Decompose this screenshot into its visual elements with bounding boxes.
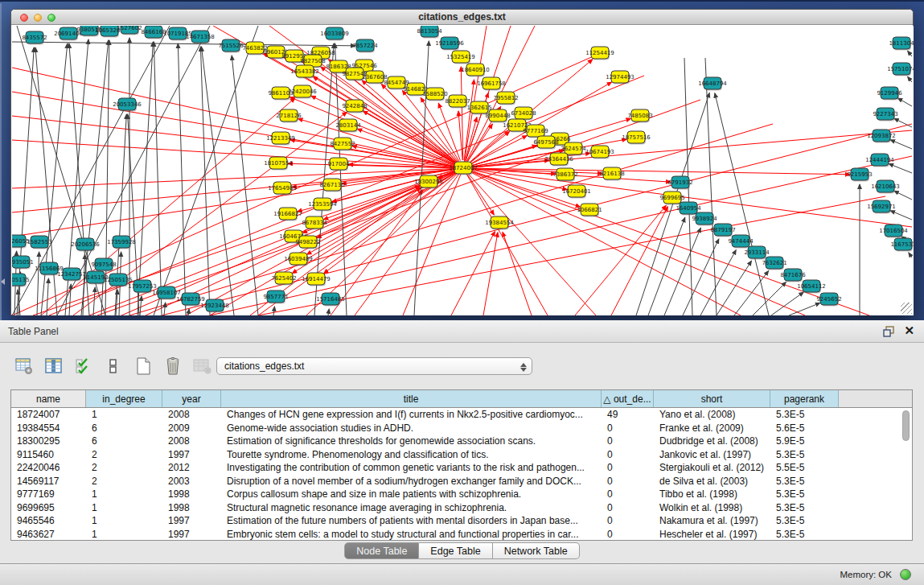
- graph-node-label: 15325419: [446, 54, 475, 60]
- table-cell: 0: [602, 422, 654, 434]
- table-row[interactable]: 969969511998Structural magnetic resonanc…: [11, 501, 912, 515]
- tab-network-table[interactable]: Network Table: [493, 542, 580, 559]
- network-window-titlebar[interactable]: citations_edges.txt: [11, 10, 913, 25]
- citation-edge-black[interactable]: [93, 287, 95, 315]
- citation-edge-black[interactable]: [12, 42, 355, 46]
- citation-edge-black[interactable]: [789, 303, 820, 315]
- network-canvas[interactable]: 8435572206914069380519106532671527602846…: [12, 26, 914, 315]
- table-cell: Yano et al. (2008): [654, 409, 770, 420]
- table-row[interactable]: 946362711997Embryonic stem cells: a mode…: [11, 528, 912, 542]
- citation-edge-red[interactable]: [464, 80, 474, 160]
- citation-edge-black[interactable]: [909, 253, 912, 257]
- network-graph[interactable]: 8435572206914069380519106532671527602846…: [12, 26, 914, 315]
- citation-edge-red[interactable]: [483, 233, 498, 315]
- row-selector-button[interactable]: [104, 356, 123, 376]
- tab-node-table[interactable]: Node Table: [344, 542, 419, 559]
- table-row[interactable]: 1938455462009Genome-wide association stu…: [11, 422, 912, 435]
- citation-edge-black[interactable]: [700, 250, 736, 315]
- column-header-in_degree[interactable]: in_degree: [86, 390, 162, 407]
- citation-edge-black[interactable]: [897, 98, 912, 106]
- delete-table-button[interactable]: [163, 356, 183, 376]
- citation-edge-black[interactable]: [715, 93, 769, 315]
- citation-edge-black[interactable]: [771, 292, 803, 315]
- table-toolbar: f(x): [14, 354, 242, 378]
- close-panel-icon[interactable]: ✕: [904, 323, 914, 338]
- table-panel-title: Table Panel: [8, 326, 59, 337]
- table-options-button[interactable]: [14, 356, 34, 376]
- citation-edge-black[interactable]: [890, 140, 912, 149]
- float-window-icon[interactable]: [883, 326, 895, 337]
- table-row[interactable]: 1830029562008Estimation of significance …: [11, 435, 912, 448]
- table-cell: 5.3E-5: [770, 409, 839, 420]
- graph-node-label: 12444194: [865, 157, 894, 163]
- citation-edge-red[interactable]: [468, 175, 495, 215]
- citation-edge-black[interactable]: [140, 296, 142, 315]
- citation-edge-black[interactable]: [273, 307, 274, 315]
- citation-edge-black[interactable]: [154, 26, 258, 315]
- table-scrollbar-thumb[interactable]: [902, 410, 910, 441]
- citation-edge-red[interactable]: [258, 196, 885, 315]
- column-header-name[interactable]: name: [11, 390, 86, 407]
- column-header-out_degree[interactable]: △ out_de...: [602, 390, 654, 407]
- graph-node-label: 6734028: [511, 110, 536, 117]
- new-document-button[interactable]: [133, 356, 153, 376]
- citation-edge-black[interactable]: [648, 217, 685, 315]
- graph-node-label: 12505135: [104, 277, 133, 283]
- citation-edge-black[interactable]: [201, 47, 234, 315]
- citation-edge-black[interactable]: [894, 191, 912, 200]
- table-row[interactable]: 1456911722003Disruption of a novel membe…: [11, 475, 912, 488]
- citation-edge-black[interactable]: [717, 261, 752, 315]
- table-selector-dropdown[interactable]: citations_edges.txt: [216, 357, 532, 375]
- table-cell: Stergiakouli et al. (2012): [654, 462, 770, 473]
- table-cell: 2012: [162, 462, 221, 473]
- graph-node-label: 7955812: [493, 95, 518, 101]
- column-header-short[interactable]: short: [654, 390, 770, 407]
- column-header-year[interactable]: year: [162, 390, 221, 407]
- citation-edge-black[interactable]: [705, 58, 717, 315]
- citation-edge-black[interactable]: [188, 309, 189, 315]
- citation-edge-black[interactable]: [908, 76, 912, 82]
- select-columns-button[interactable]: [74, 356, 93, 376]
- citation-edge-black[interactable]: [753, 282, 786, 315]
- show-column-button[interactable]: [44, 356, 64, 376]
- table-row[interactable]: 946554611997Estimation of the future num…: [11, 514, 912, 528]
- column-header-pagerank[interactable]: pagerank: [770, 390, 839, 407]
- panel-collapse-arrow-icon[interactable]: [1, 278, 5, 285]
- tab-edge-table[interactable]: Edge Table: [419, 542, 492, 559]
- citation-edge-black[interactable]: [890, 211, 912, 220]
- graph-node-label: 917004: [328, 161, 350, 167]
- citation-edge-red[interactable]: [503, 232, 532, 315]
- citation-edge-black[interactable]: [328, 309, 329, 315]
- resize-grip-icon[interactable]: [901, 303, 912, 314]
- graph-node-label: 12353594: [308, 201, 337, 208]
- citation-edge-black[interactable]: [154, 42, 162, 315]
- column-header-title[interactable]: title: [221, 390, 602, 407]
- graph-node-label: 9129946: [877, 90, 902, 97]
- table-row[interactable]: 1872400712008Changes of HCN gene express…: [11, 408, 912, 422]
- citation-edge-black[interactable]: [232, 56, 258, 315]
- citation-edge-black[interactable]: [664, 228, 700, 315]
- citation-edge-black[interactable]: [37, 252, 39, 315]
- table-cell: 0: [602, 476, 654, 487]
- citation-edge-red[interactable]: [49, 76, 644, 315]
- citation-edge-red[interactable]: [97, 100, 700, 315]
- table-cell: Dudbridge et al. (2008): [654, 435, 770, 447]
- table-cell: Structural magnetic resonance image aver…: [221, 502, 602, 513]
- citation-edge-black[interactable]: [908, 51, 912, 56]
- citation-edge-red[interactable]: [471, 168, 850, 175]
- status-bar: Memory: OK: [0, 563, 924, 585]
- citation-edge-black[interactable]: [889, 163, 912, 173]
- citation-edge-red[interactable]: [357, 129, 455, 165]
- citation-edge-red[interactable]: [463, 168, 741, 315]
- citation-edge-red[interactable]: [41, 98, 295, 315]
- table-cell: 9115460: [11, 449, 86, 460]
- table-row[interactable]: 2242004622012Investigating the contribut…: [11, 461, 912, 475]
- table-cell: 0: [602, 462, 654, 473]
- import-table-disabled-button[interactable]: [193, 356, 212, 376]
- table-row[interactable]: 977716911998Corpus callosum shape and si…: [11, 488, 912, 501]
- citation-edge-black[interactable]: [164, 303, 166, 315]
- graph-node-label: 9474444: [728, 238, 754, 245]
- graph-node-label: 12093872: [867, 133, 896, 139]
- citation-edge-red[interactable]: [451, 232, 495, 315]
- table-row[interactable]: 911546021997Tourette syndrome. Phenomeno…: [11, 448, 912, 462]
